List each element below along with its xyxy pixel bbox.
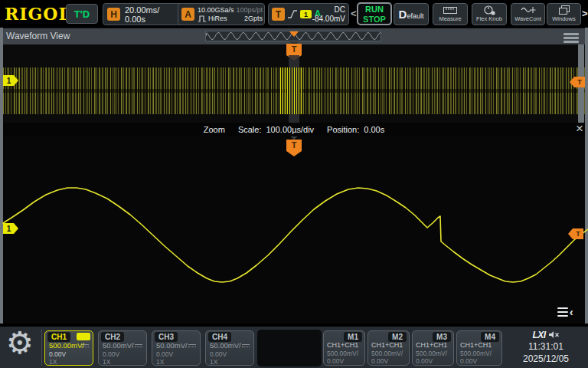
channel-card-ch1[interactable]: CH1 500.00mV/ 0.00V 1X xyxy=(44,330,93,366)
math-card-m4[interactable]: M4 CH1+CH1 500.00mV/ 0.00V xyxy=(456,330,502,366)
menu-lines-icon xyxy=(557,305,568,319)
ch3-offset: 0.00V xyxy=(156,350,198,359)
speaker-mute-icon xyxy=(549,330,560,340)
zoom-scale-value: 100.00µs/div xyxy=(266,125,314,134)
math-card-m3[interactable]: M3 CH1+CH1 500.00mV/ 0.00V xyxy=(412,330,454,366)
acquisition-block[interactable]: A 10.00GSa/s 100ps/pt HiRes 2Gpts xyxy=(178,3,265,25)
m1-expression: CH1+CH1 xyxy=(327,341,362,350)
oscilloscope-screen: RIGOL T'D H 20.00ms/ 0.00s A 10.00GSa/s … xyxy=(0,0,588,368)
m2-expression: CH1+CH1 xyxy=(371,341,407,350)
system-clock-block[interactable]: LXI 11:31:01 2025/12/05 xyxy=(507,327,585,368)
trigger-icon: T xyxy=(272,8,285,21)
m3-expression: CH1+CH1 xyxy=(416,341,451,350)
ch2-probe: 1X xyxy=(103,358,144,366)
more-right-chevron[interactable]: > xyxy=(582,8,588,19)
math-card-m2[interactable]: M2 CH1+CH1 500.00mV/ 0.00V xyxy=(368,330,410,366)
window-menu-icon[interactable] xyxy=(564,33,579,44)
m3-offset: 0.00V xyxy=(416,357,451,366)
system-date: 2025/12/05 xyxy=(507,353,585,365)
section-divider xyxy=(41,329,42,366)
ruler-icon xyxy=(443,7,457,14)
ch1-active-strip xyxy=(77,333,90,340)
window-title: Waveform View xyxy=(6,31,70,41)
m1-scale: 500.00mV/ xyxy=(327,350,362,358)
flex-knob-button[interactable]: Flex Knob xyxy=(472,3,507,25)
collapse-menu-icon[interactable]: ‹ xyxy=(557,305,573,319)
wavecont-button[interactable]: WaveCont xyxy=(511,3,545,25)
m3-scale: 500.00mV/ xyxy=(416,350,451,358)
m4-scale: 500.00mV/ xyxy=(460,350,499,358)
windows-label: Windows xyxy=(547,15,580,22)
ch4-probe: 1X xyxy=(210,358,251,366)
run-stop-button[interactable]: RUN STOP xyxy=(357,2,392,25)
acquisition-icon: A xyxy=(181,8,194,21)
horizontal-scale: 20.00ms/ xyxy=(125,5,159,15)
ch3-scale: 50.00mV/ xyxy=(156,342,198,350)
lxi-logo: LXI xyxy=(532,330,545,340)
horizontal-icon: H xyxy=(107,8,120,21)
window-right-edge xyxy=(585,28,588,324)
zoom-info-bar: Zoom Scale: 100.00µs/div Position: 0.00s xyxy=(3,123,585,136)
sample-rate: 10.00GSa/s xyxy=(198,6,234,15)
bottom-status-bar: ⚙ CH1 500.00mV/ 0.00V 1X CH2 50.00mV/ 0.… xyxy=(0,325,588,368)
default-button[interactable]: Default xyxy=(394,3,429,25)
ch2-offset: 0.00V xyxy=(103,350,144,359)
ch4-scale: 50.00mV/ xyxy=(210,342,251,350)
ch1-probe: 1X xyxy=(49,358,90,366)
trigger-status-button[interactable]: T'D xyxy=(66,4,98,24)
zoom-scale-label: Scale: xyxy=(238,125,262,134)
ch4-offset: 0.00V xyxy=(210,350,251,359)
empty-card-slot xyxy=(257,330,322,366)
close-icon[interactable]: × xyxy=(576,121,583,136)
math-card-m1[interactable]: M1 CH1+CH1 500.00mV/ 0.00V xyxy=(323,330,365,366)
m4-offset: 0.00V xyxy=(460,357,499,366)
rigol-logo: RIGOL xyxy=(5,4,71,24)
default-label: Default xyxy=(394,4,428,27)
m2-offset: 0.00V xyxy=(371,357,407,366)
run-label: RUN xyxy=(358,5,390,15)
zoom-waveform-area[interactable] xyxy=(3,136,585,324)
trigger-source-badge: 1 xyxy=(300,10,312,18)
trigger-settings-block[interactable]: T 1 A DC -84.00mV xyxy=(268,3,349,25)
stop-label: STOP xyxy=(358,15,390,25)
ch1-scale: 500.00mV/ xyxy=(49,342,90,350)
flex-knob-label: Flex Knob xyxy=(472,15,506,22)
m2-scale: 500.00mV/ xyxy=(371,350,407,358)
memory-depth: 2Gpts xyxy=(244,15,263,23)
collapse-left-chevron[interactable]: < xyxy=(351,8,357,19)
m1-offset: 0.00V xyxy=(327,357,362,366)
channel-card-ch4[interactable]: CH4 50.00mV/ 0.00V 1X xyxy=(205,330,254,366)
system-time: 11:31:01 xyxy=(507,340,585,353)
overview-trigger-triangle[interactable] xyxy=(289,31,299,37)
channel-card-ch3[interactable]: CH3 50.00mV/ 0.00V 1X xyxy=(152,330,201,366)
horizontal-settings-block[interactable]: H 20.00ms/ 0.00s xyxy=(103,3,188,25)
chevron-left-icon: ‹ xyxy=(570,306,573,318)
time-per-point: 100ps/pt xyxy=(236,6,263,15)
zoom-position-label: Position: xyxy=(327,125,359,134)
horizontal-position: 0.00s xyxy=(125,15,159,24)
ch3-probe: 1X xyxy=(156,358,198,366)
m4-expression: CH1+CH1 xyxy=(460,341,499,350)
zoom-region-highlight xyxy=(280,67,303,114)
ch1-offset: 0.00V xyxy=(49,350,90,359)
measure-label: Measure xyxy=(433,15,467,22)
rising-edge-icon xyxy=(287,9,298,19)
windows-button[interactable]: Windows xyxy=(547,3,581,25)
trigger-coupling: DC xyxy=(312,5,345,15)
zoom-label: Zoom xyxy=(204,125,225,134)
ch2-scale: 50.00mV/ xyxy=(103,342,144,350)
measure-button[interactable]: Measure xyxy=(433,3,468,25)
windows-icon xyxy=(559,5,570,15)
knob-icon xyxy=(482,5,496,15)
trigger-level: -84.00mV xyxy=(312,15,345,24)
gear-icon[interactable]: ⚙ xyxy=(6,325,34,360)
wave-move-icon xyxy=(521,5,536,15)
acquisition-mode: HiRes xyxy=(208,15,227,23)
channel-card-ch2[interactable]: CH2 50.00mV/ 0.00V 1X xyxy=(98,330,147,366)
wavecont-label: WaveCont xyxy=(511,15,544,22)
top-status-bar: RIGOL T'D H 20.00ms/ 0.00s A 10.00GSa/s … xyxy=(0,0,588,28)
zoom-position-value: 0.00s xyxy=(364,125,384,134)
pulse-icon xyxy=(198,15,207,22)
